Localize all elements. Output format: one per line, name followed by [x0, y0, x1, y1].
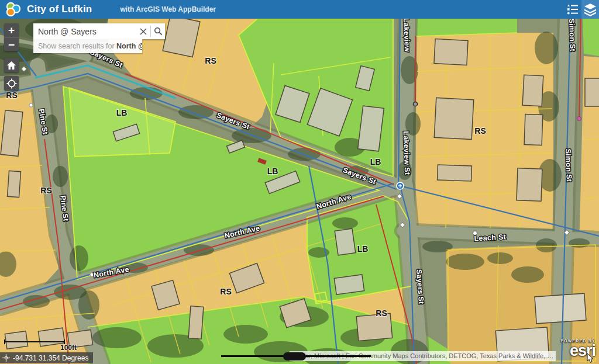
zone-label: LB — [267, 167, 278, 176]
building-footprint — [585, 78, 599, 106]
home-button[interactable] — [4, 58, 19, 72]
attribution-scrollbar-thumb[interactable] — [283, 352, 306, 360]
search-input[interactable] — [33, 23, 136, 39]
building-footprint — [434, 98, 473, 139]
suggestion-term: North @ Say… — [116, 42, 142, 50]
zone-label: LB — [116, 108, 128, 117]
coordinates-readout: -94.731 31.354 Degrees — [13, 354, 88, 362]
coordinates-widget: -94.731 31.354 Degrees — [0, 352, 93, 363]
building-footprint — [335, 228, 356, 255]
home-icon — [6, 61, 16, 70]
layers-icon — [583, 2, 597, 16]
esri-wordmark: esri — [561, 343, 595, 359]
locate-icon — [6, 78, 17, 89]
legend-icon — [566, 3, 579, 16]
zone-label: RS — [40, 186, 51, 195]
building-footprint — [438, 165, 472, 181]
building-footprint — [5, 331, 27, 349]
app-window: Sayers StSayers StSayers StSayers StNort… — [0, 0, 599, 364]
search-icon — [154, 27, 163, 36]
search-submit-button[interactable] — [151, 23, 165, 39]
page-title: City of Lufkin — [27, 4, 92, 15]
page-subtitle: with ArcGIS Web AppBuilder — [120, 5, 216, 13]
building-footprint — [535, 293, 586, 324]
crosshair-icon — [2, 354, 10, 362]
building-footprint — [7, 171, 20, 197]
street-label: Simon St — [564, 148, 573, 182]
street-label: Lakeview — [402, 18, 411, 52]
locate-button[interactable] — [4, 76, 19, 91]
powered-by-esri-logo: POWERED BY esri — [561, 339, 595, 359]
zone-label: RS — [474, 126, 486, 136]
suggestion-prefix: Show search results for — [38, 42, 116, 50]
zone-label: LB — [370, 157, 381, 167]
legend-button[interactable] — [564, 0, 581, 19]
search-suggestion[interactable]: Show search results for North @ Say… — [33, 39, 142, 53]
zoom-in-button[interactable]: + — [4, 23, 19, 37]
zone-label: RS — [205, 56, 216, 65]
building-footprint — [38, 328, 64, 346]
building-footprint — [434, 39, 468, 65]
zone-label: RS — [376, 308, 387, 318]
search-widget — [33, 23, 165, 39]
building-footprint — [522, 75, 543, 106]
zone-label: RS — [220, 287, 231, 296]
street-label: Simon St — [567, 18, 577, 52]
app-logo-icon — [5, 2, 22, 17]
app-header: City of Lufkin with ArcGIS Web AppBuilde… — [0, 0, 599, 19]
street-label: Lakeview St — [402, 131, 412, 175]
building-footprint — [524, 114, 543, 145]
close-icon — [140, 28, 147, 35]
layers-button[interactable] — [581, 0, 599, 19]
zoom-out-button[interactable]: − — [4, 37, 19, 51]
zoom-widget: + − — [4, 23, 19, 51]
street-label: Leach St — [474, 233, 507, 243]
building-footprint — [188, 306, 204, 339]
building-footprint — [334, 275, 364, 294]
search-clear-button[interactable] — [136, 23, 150, 39]
zone-label: LB — [357, 244, 369, 254]
building-footprint — [517, 168, 542, 201]
building-footprint — [67, 330, 92, 348]
map-canvas[interactable]: Sayers StSayers StSayers StSayers StNort… — [0, 0, 599, 364]
zone-label: RS — [6, 91, 17, 100]
